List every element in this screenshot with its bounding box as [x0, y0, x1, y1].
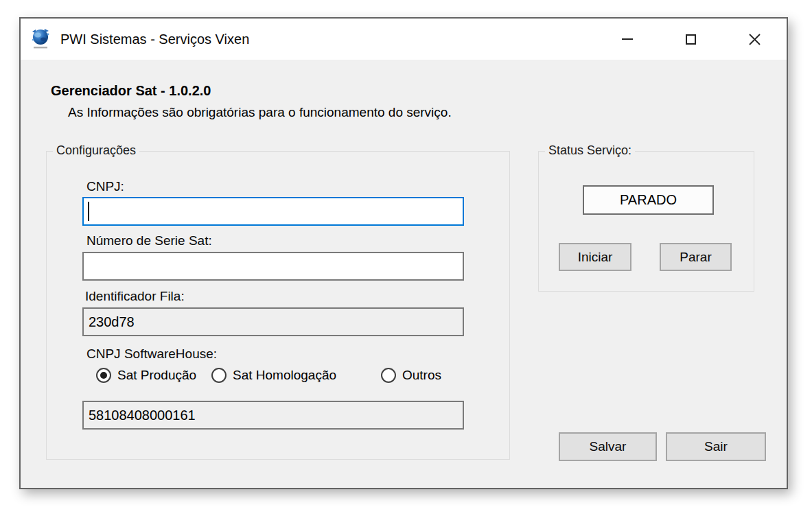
service-status-badge: PARADO [583, 185, 714, 215]
radio-circle-icon [381, 368, 396, 383]
config-groupbox-legend: Configurações [53, 143, 139, 158]
parar-button[interactable]: Parar [660, 243, 732, 271]
config-groupbox: Configurações CNPJ: Número de Serie Sat:… [46, 151, 510, 460]
page-subtitle: As Informações são obrigatórias para o f… [68, 105, 452, 120]
radio-circle-icon [96, 368, 111, 383]
radio-label: Sat Homologação [233, 368, 336, 383]
pwi-globe-icon [30, 27, 51, 51]
close-button[interactable] [723, 19, 787, 60]
radio-outros[interactable]: Outros [381, 368, 441, 383]
radio-circle-icon [211, 368, 227, 383]
fila-label: Identificador Fila: [85, 289, 185, 304]
titlebar[interactable]: PWI Sistemas - Serviços Vixen [21, 19, 787, 60]
softwarehouse-label: CNPJ SoftwareHouse: [86, 347, 217, 362]
radio-sat-homologacao[interactable]: Sat Homologação [211, 368, 336, 383]
maximize-icon [686, 34, 696, 45]
minimize-button[interactable] [595, 19, 659, 60]
close-icon [748, 33, 761, 46]
status-groupbox: Status Serviço: PARADO Iniciar Parar [538, 151, 754, 292]
softwarehouse-cnpj-input[interactable] [82, 401, 464, 430]
radio-sat-producao[interactable]: Sat Produção [96, 368, 196, 383]
sair-button[interactable]: Sair [666, 432, 766, 461]
cnpj-label: CNPJ: [86, 179, 124, 194]
fila-input[interactable] [82, 307, 464, 336]
serie-label: Número de Serie Sat: [86, 233, 212, 248]
window-title: PWI Sistemas - Serviços Vixen [60, 32, 249, 47]
page-title: Gerenciador Sat - 1.0.2.0 [51, 83, 211, 99]
cnpj-input[interactable] [82, 197, 464, 226]
salvar-button[interactable]: Salvar [559, 432, 657, 461]
radio-label: Outros [402, 368, 441, 383]
maximize-button[interactable] [659, 19, 723, 60]
radio-label: Sat Produção [117, 368, 196, 383]
iniciar-button[interactable]: Iniciar [559, 243, 631, 271]
window-controls [595, 19, 787, 60]
status-groupbox-legend: Status Serviço: [545, 143, 635, 158]
text-caret [88, 202, 89, 221]
serie-input[interactable] [82, 252, 464, 281]
app-window: PWI Sistemas - Serviços Vixen Gerenciado… [19, 17, 788, 489]
minimize-icon [622, 38, 633, 40]
